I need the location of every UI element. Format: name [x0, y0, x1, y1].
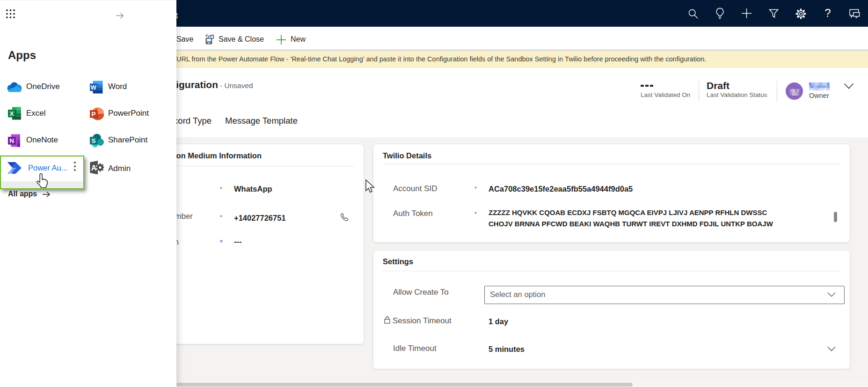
svg-text:N: N [9, 137, 14, 144]
svg-text:P: P [91, 111, 95, 118]
svg-text:X: X [9, 110, 14, 117]
svg-text:S: S [91, 137, 95, 144]
svg-text:A: A [91, 164, 97, 172]
svg-text:W: W [91, 84, 97, 91]
